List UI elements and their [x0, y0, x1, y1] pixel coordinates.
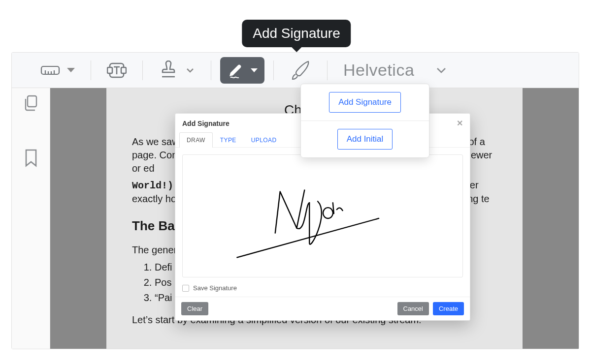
add-signature-menu-item[interactable]: Add Signature [329, 92, 401, 113]
bookmark-icon [23, 161, 39, 169]
toolbar-separator [327, 61, 328, 80]
tooltip-label: Add Signature [253, 26, 340, 41]
thumbnails-button[interactable] [22, 94, 40, 114]
signature-pen-icon [227, 62, 244, 79]
chevron-down-icon [67, 68, 75, 72]
modal-title: Add Signature [182, 120, 230, 127]
font-name-label: Helvetica [343, 61, 414, 80]
chevron-down-icon [436, 65, 447, 76]
chevron-down-icon [185, 65, 195, 75]
tab-upload[interactable]: UPLOAD [244, 132, 284, 148]
text-box-icon [107, 61, 127, 80]
toolbar-separator [211, 61, 211, 80]
toolbar-separator [91, 61, 91, 80]
svg-rect-0 [41, 66, 59, 74]
create-button[interactable]: Create [433, 302, 464, 315]
tab-type[interactable]: TYPE [213, 132, 244, 148]
measure-tool-button[interactable] [33, 56, 82, 85]
svg-rect-9 [28, 96, 36, 107]
brush-icon [290, 60, 311, 81]
toolbar-separator [142, 61, 143, 80]
svg-rect-6 [107, 67, 112, 73]
toolbar: Helvetica [12, 53, 579, 88]
toolbar-separator [273, 61, 274, 80]
brush-button[interactable] [283, 55, 318, 86]
signature-button[interactable] [220, 57, 264, 84]
save-signature-checkbox[interactable] [182, 285, 189, 292]
pages-icon [22, 105, 40, 113]
signature-menu: Add Signature Add Initial [300, 84, 429, 158]
cancel-button[interactable]: Cancel [397, 302, 429, 315]
stamp-icon [159, 61, 178, 80]
add-initial-menu-item[interactable]: Add Initial [337, 129, 393, 150]
text-box-button[interactable] [100, 56, 133, 85]
signature-draw-canvas[interactable] [182, 154, 463, 277]
font-selector[interactable]: Helvetica [336, 56, 454, 85]
tab-draw[interactable]: DRAW [179, 132, 213, 148]
bookmarks-button[interactable] [23, 148, 39, 170]
measure-rule-icon [40, 61, 60, 80]
stamp-button[interactable] [152, 56, 202, 85]
tooltip-add-signature: Add Signature [242, 20, 351, 47]
chevron-down-icon [251, 68, 258, 72]
clear-button[interactable]: Clear [181, 302, 208, 315]
close-icon[interactable]: ✕ [457, 119, 463, 128]
svg-rect-7 [121, 67, 126, 73]
save-signature-label: Save Signature [193, 284, 237, 292]
sidebar [12, 88, 50, 349]
